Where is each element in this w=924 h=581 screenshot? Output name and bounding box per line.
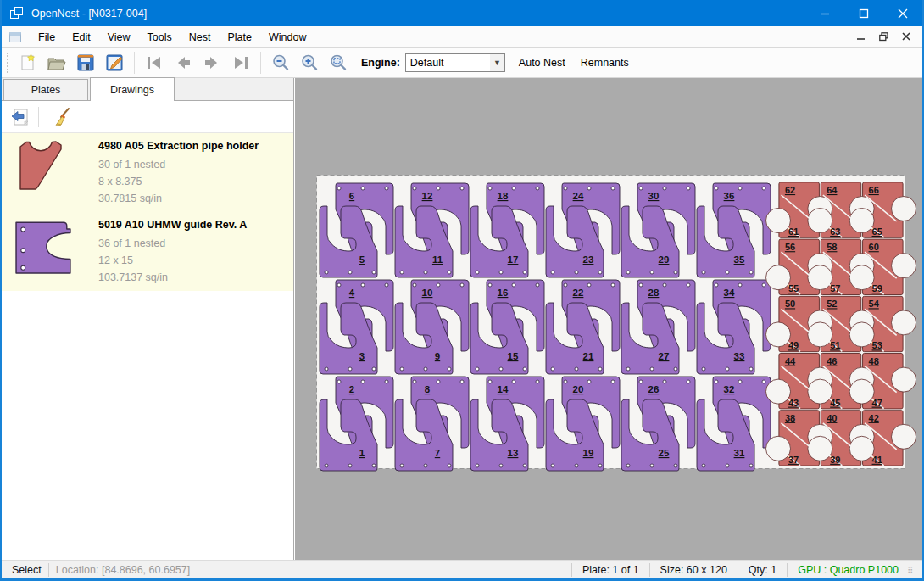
- menu-plate[interactable]: Plate: [219, 28, 260, 47]
- svg-text:32: 32: [724, 384, 735, 394]
- svg-text:57: 57: [830, 283, 840, 293]
- drawing-area: 103.7137 sq/in: [98, 269, 247, 286]
- status-size: Size: 60 x 120: [657, 564, 731, 576]
- drawing-size: 8 x 8.375: [98, 173, 259, 190]
- svg-text:3: 3: [359, 351, 365, 361]
- svg-text:6: 6: [349, 191, 354, 201]
- zoom-in-icon: [300, 53, 319, 72]
- drawing-title: 5019 A10 UHMW guide Rev. A: [98, 219, 247, 231]
- red-parts-region: 6261646366655655585760595049525154534443…: [766, 182, 916, 466]
- zoom-in-button[interactable]: [295, 50, 324, 75]
- svg-text:16: 16: [498, 288, 509, 298]
- svg-text:55: 55: [788, 283, 799, 293]
- return-drawing-button[interactable]: [7, 104, 34, 130]
- drawings-toolbar: [2, 101, 293, 133]
- mdi-minimize-button[interactable]: [857, 32, 866, 42]
- drawing-list-item[interactable]: 5019 A10 UHMW guide Rev. A 36 of 1 neste…: [2, 212, 293, 291]
- app-icon: [10, 7, 24, 20]
- first-plate-button[interactable]: [140, 50, 169, 75]
- minimize-icon: [820, 8, 830, 19]
- mdi-minimize-icon: [857, 32, 866, 41]
- mdi-close-button[interactable]: [902, 32, 910, 42]
- status-mode: Select: [12, 564, 42, 576]
- combo-dropdown-icon[interactable]: ▼: [490, 54, 504, 71]
- next-plate-button[interactable]: [198, 50, 226, 75]
- svg-text:9: 9: [435, 351, 440, 361]
- nest-plate-view[interactable]: 6543211211109871817161514132423222120193…: [295, 78, 922, 560]
- svg-text:60: 60: [869, 242, 879, 252]
- zoom-out-button[interactable]: [266, 50, 295, 75]
- svg-text:24: 24: [573, 191, 584, 201]
- svg-text:26: 26: [648, 384, 660, 394]
- close-icon: [898, 8, 908, 19]
- save-as-button[interactable]: [100, 50, 129, 75]
- svg-text:62: 62: [785, 185, 795, 195]
- panel-tabstrip: Plates Drawings: [2, 78, 293, 101]
- svg-text:7: 7: [435, 448, 440, 458]
- drawing-list-item[interactable]: 4980 A05 Extraction pipe holder 30 of 1 …: [2, 133, 293, 212]
- auto-nest-button[interactable]: Auto Nest: [517, 53, 567, 72]
- previous-plate-button[interactable]: [169, 50, 198, 75]
- window-title: OpenNest - [N0317-004]: [31, 8, 147, 20]
- left-panel: Plates Drawings: [2, 78, 294, 560]
- drawing-title: 4980 A05 Extraction pipe holder: [98, 140, 259, 152]
- svg-text:36: 36: [724, 191, 735, 201]
- mdi-restore-icon: [879, 32, 888, 42]
- menu-nest[interactable]: Nest: [181, 28, 220, 47]
- svg-text:8: 8: [425, 384, 431, 394]
- engine-combobox[interactable]: Default ▼: [405, 53, 505, 72]
- drawing-nested: 36 of 1 nested: [98, 235, 247, 252]
- status-qty: Qty: 1: [745, 564, 780, 576]
- remnants-button[interactable]: Remnants: [579, 53, 631, 72]
- svg-text:46: 46: [827, 356, 837, 366]
- tab-drawings[interactable]: Drawings: [90, 77, 175, 101]
- svg-text:44: 44: [785, 356, 796, 366]
- new-button[interactable]: [14, 50, 42, 75]
- tab-plates[interactable]: Plates: [3, 79, 88, 100]
- drawing-nested: 30 of 1 nested: [98, 156, 259, 173]
- zoom-fit-button[interactable]: [324, 50, 353, 75]
- svg-text:41: 41: [872, 455, 882, 465]
- menu-window[interactable]: Window: [260, 28, 314, 47]
- svg-text:31: 31: [734, 448, 745, 458]
- resize-grip[interactable]: ⠿: [907, 566, 919, 578]
- svg-text:65: 65: [872, 226, 882, 237]
- svg-text:25: 25: [659, 448, 670, 458]
- maximize-icon: [859, 8, 869, 19]
- save-button[interactable]: [71, 50, 100, 75]
- menu-bar: File Edit View Tools Nest Plate Window: [2, 26, 922, 48]
- menu-edit[interactable]: Edit: [64, 28, 99, 47]
- close-button[interactable]: [883, 0, 922, 26]
- last-plate-button[interactable]: [226, 50, 255, 75]
- svg-text:34: 34: [724, 288, 735, 298]
- menu-tools[interactable]: Tools: [139, 28, 181, 47]
- svg-text:49: 49: [788, 340, 799, 350]
- svg-text:15: 15: [508, 351, 519, 361]
- svg-text:37: 37: [788, 455, 799, 465]
- page-back-arrow-icon: [10, 107, 31, 127]
- menu-file[interactable]: File: [30, 28, 64, 47]
- mdi-restore-button[interactable]: [879, 32, 888, 42]
- svg-text:19: 19: [583, 448, 594, 458]
- svg-text:53: 53: [872, 340, 882, 350]
- menu-view[interactable]: View: [99, 28, 139, 47]
- open-button[interactable]: [42, 50, 71, 75]
- nest-canvas[interactable]: 6543211211109871817161514132423222120193…: [295, 78, 922, 560]
- minimize-button[interactable]: [805, 0, 844, 26]
- mdi-close-icon: [902, 32, 910, 41]
- status-bar: Select Location: [84.8696, 60.6957] Plat…: [2, 560, 922, 578]
- svg-text:38: 38: [785, 413, 795, 423]
- svg-text:33: 33: [734, 351, 745, 361]
- svg-text:63: 63: [830, 226, 840, 237]
- svg-text:59: 59: [872, 283, 882, 293]
- svg-text:18: 18: [498, 191, 509, 201]
- svg-text:13: 13: [508, 448, 519, 458]
- drawing-area: 30.7815 sq/in: [98, 190, 259, 207]
- status-gpu: GPU : Quadro P1000: [794, 564, 902, 576]
- maximize-button[interactable]: [844, 0, 883, 26]
- main-toolbar: Engine: Default ▼ Auto Nest Remnants: [2, 48, 922, 78]
- svg-text:12: 12: [422, 191, 433, 201]
- drawings-list: 4980 A05 Extraction pipe holder 30 of 1 …: [2, 133, 293, 291]
- clear-drawings-button[interactable]: [48, 104, 75, 130]
- svg-text:66: 66: [869, 185, 879, 195]
